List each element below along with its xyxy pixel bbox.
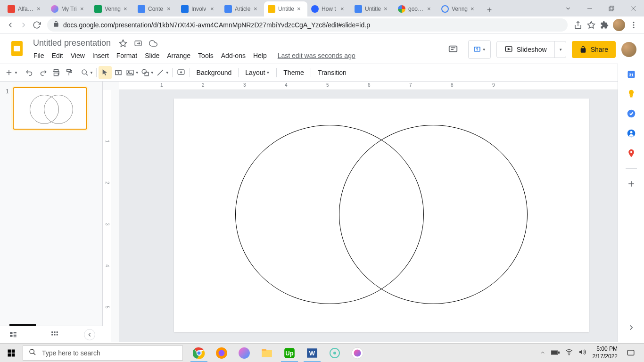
browser-tab[interactable]: Venng× (438, 1, 481, 16)
close-window-button[interactable] (622, 0, 644, 16)
browser-menu-icon[interactable] (627, 18, 640, 32)
keep-icon[interactable] (627, 89, 636, 99)
browser-tab[interactable]: Involv× (177, 1, 221, 16)
browser-profile-avatar[interactable] (613, 19, 625, 31)
grid-view-icon[interactable] (49, 329, 60, 340)
menu-file[interactable]: File (30, 50, 48, 61)
redo-button[interactable] (36, 66, 50, 79)
new-tab-button[interactable]: + (483, 3, 496, 16)
close-tab-icon[interactable]: × (384, 6, 390, 12)
notifications-button[interactable] (621, 344, 640, 362)
file-explorer-taskbar-icon[interactable] (256, 344, 277, 362)
image-button[interactable]: ▼ (125, 66, 140, 79)
browser-tab[interactable]: google× (394, 1, 438, 16)
filmstrip-view-icon[interactable] (8, 329, 19, 340)
browser-tab[interactable]: How t× (307, 1, 351, 16)
last-edit-link[interactable]: Last edit was seconds ago (278, 52, 355, 59)
close-tab-icon[interactable]: × (167, 6, 173, 12)
browser-tab-active[interactable]: Untitle× (264, 1, 307, 16)
menu-tools[interactable]: Tools (195, 50, 217, 61)
browser-tab[interactable]: Untitle× (351, 1, 394, 16)
minimize-button[interactable] (579, 0, 601, 16)
start-button[interactable] (0, 344, 23, 362)
share-button[interactable]: Share (572, 41, 616, 58)
slideshow-button[interactable]: Slideshow (497, 41, 554, 58)
menu-arrange[interactable]: Arrange (164, 50, 194, 61)
tasks-icon[interactable] (627, 109, 636, 118)
volume-icon[interactable] (576, 348, 589, 357)
menu-format[interactable]: Format (113, 50, 140, 61)
venn-circle-right[interactable] (339, 125, 528, 304)
word-taskbar-icon[interactable]: W (302, 344, 322, 362)
slides-logo-icon[interactable] (8, 39, 26, 58)
shape-button[interactable]: ▼ (140, 66, 155, 79)
menu-insert[interactable]: Insert (89, 50, 112, 61)
close-tab-icon[interactable]: × (210, 6, 217, 12)
cloud-status-icon[interactable] (148, 38, 159, 49)
menu-help[interactable]: Help (250, 50, 270, 61)
menu-slide[interactable]: Slide (141, 50, 163, 61)
app-taskbar-icon[interactable] (324, 344, 345, 362)
back-button[interactable] (4, 18, 17, 32)
reload-button[interactable] (30, 18, 43, 32)
browser-tab[interactable]: Article× (221, 1, 264, 16)
zoom-button[interactable]: ▼ (80, 66, 94, 79)
slide-filmstrip[interactable]: 1 (0, 82, 103, 342)
menu-view[interactable]: View (67, 50, 88, 61)
close-tab-icon[interactable]: × (254, 6, 260, 12)
move-icon[interactable] (132, 38, 144, 49)
comment-history-icon[interactable] (444, 40, 462, 59)
document-title[interactable]: Untitled presentation (30, 37, 114, 49)
menu-edit[interactable]: Edit (49, 50, 66, 61)
vertical-ruler[interactable]: 1 2 3 4 5 (103, 90, 111, 342)
bookmark-icon[interactable] (585, 18, 598, 32)
paint-format-button[interactable] (63, 66, 76, 79)
close-tab-icon[interactable]: × (80, 6, 87, 12)
chrome-taskbar-icon[interactable] (189, 344, 209, 362)
account-avatar[interactable] (621, 42, 636, 57)
share-page-icon[interactable] (571, 18, 585, 32)
maximize-button[interactable] (601, 0, 622, 16)
calendar-icon[interactable]: 31 (627, 69, 636, 79)
hide-side-panel-button[interactable] (627, 323, 636, 334)
slide-canvas[interactable] (174, 99, 589, 332)
close-tab-icon[interactable]: × (340, 6, 347, 12)
transition-button[interactable]: Transition (313, 66, 351, 79)
maps-icon[interactable] (627, 148, 636, 158)
new-slide-button[interactable]: ▼ (4, 66, 19, 79)
background-button[interactable]: Background (192, 66, 237, 79)
itunes-taskbar-icon[interactable] (347, 344, 368, 362)
star-icon[interactable] (117, 38, 129, 49)
browser-tab[interactable]: Alfafus× (4, 1, 47, 16)
chevron-down-icon[interactable] (557, 0, 579, 16)
menu-addons[interactable]: Add-ons (218, 50, 249, 61)
textbox-button[interactable] (112, 66, 125, 79)
browser-tab[interactable]: Conte× (134, 1, 177, 16)
horizontal-ruler[interactable]: 1 2 3 4 5 6 7 8 9 (119, 82, 644, 90)
browser-tab[interactable]: Venng× (91, 1, 134, 16)
url-input[interactable]: docs.google.com/presentation/d/1kbN7rXt4… (47, 18, 568, 32)
close-tab-icon[interactable]: × (471, 6, 477, 12)
browser-tab[interactable]: My Tri× (47, 1, 91, 16)
slideshow-dropdown[interactable]: ▼ (554, 41, 566, 58)
battery-icon[interactable] (548, 349, 562, 357)
forward-button[interactable] (17, 18, 30, 32)
close-tab-icon[interactable]: × (124, 6, 130, 12)
tray-expand-icon[interactable] (537, 349, 548, 357)
wifi-icon[interactable] (562, 348, 576, 357)
taskbar-search-input[interactable]: Type here to search (23, 346, 183, 361)
slide-thumbnail[interactable] (13, 87, 87, 130)
select-tool-button[interactable] (99, 66, 112, 79)
collapse-filmstrip-button[interactable] (84, 329, 95, 340)
close-tab-icon[interactable]: × (427, 6, 434, 12)
canvas-scroll-area[interactable] (119, 90, 644, 342)
contacts-icon[interactable] (627, 129, 636, 138)
undo-button[interactable] (23, 66, 36, 79)
theme-button[interactable]: Theme (279, 66, 309, 79)
close-tab-icon[interactable]: × (297, 6, 304, 12)
upwork-taskbar-icon[interactable]: Up (279, 344, 300, 362)
layout-button[interactable]: Layout▼ (240, 66, 274, 79)
present-to-meeting-button[interactable]: ▼ (468, 40, 491, 59)
close-tab-icon[interactable]: × (37, 6, 43, 12)
line-button[interactable]: ▼ (155, 66, 170, 79)
